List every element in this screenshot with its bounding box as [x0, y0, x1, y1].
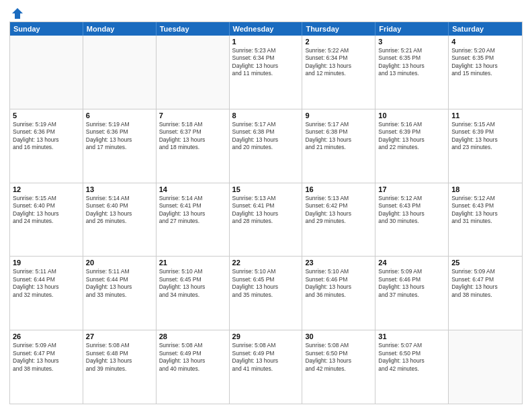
cell-info: Sunrise: 5:09 AM Sunset: 6:47 PM Dayligh… [13, 342, 80, 373]
cell-info: Sunrise: 5:10 AM Sunset: 6:46 PM Dayligh… [305, 268, 372, 299]
day-number: 3 [378, 38, 445, 46]
cell-info: Sunrise: 5:08 AM Sunset: 6:49 PM Dayligh… [232, 342, 300, 373]
day-number: 21 [159, 259, 226, 267]
day-number: 9 [305, 111, 372, 120]
calendar-row: 1Sunrise: 5:23 AM Sunset: 6:34 PM Daylig… [10, 36, 522, 109]
day-number: 2 [305, 38, 372, 46]
cell-info: Sunrise: 5:08 AM Sunset: 6:50 PM Dayligh… [305, 342, 372, 373]
calendar-row: 26Sunrise: 5:09 AM Sunset: 6:47 PM Dayli… [10, 330, 522, 404]
calendar-cell: 22Sunrise: 5:10 AM Sunset: 6:45 PM Dayli… [230, 257, 303, 330]
calendar-cell: 17Sunrise: 5:12 AM Sunset: 6:43 PM Dayli… [375, 183, 449, 257]
day-number: 23 [305, 259, 372, 267]
cell-info: Sunrise: 5:18 AM Sunset: 6:37 PM Dayligh… [159, 121, 226, 152]
day-number: 15 [232, 185, 300, 193]
calendar-cell [157, 36, 230, 109]
calendar-row: 5Sunrise: 5:19 AM Sunset: 6:36 PM Daylig… [10, 109, 522, 183]
calendar-cell [83, 36, 157, 109]
calendar-cell: 2Sunrise: 5:22 AM Sunset: 6:34 PM Daylig… [302, 36, 375, 109]
calendar-cell: 3Sunrise: 5:21 AM Sunset: 6:35 PM Daylig… [375, 36, 449, 109]
calendar-cell: 18Sunrise: 5:12 AM Sunset: 6:43 PM Dayli… [449, 183, 522, 257]
calendar-cell: 12Sunrise: 5:15 AM Sunset: 6:40 PM Dayli… [10, 183, 83, 257]
cell-info: Sunrise: 5:22 AM Sunset: 6:34 PM Dayligh… [305, 47, 372, 78]
day-number: 11 [451, 111, 519, 120]
calendar-cell: 16Sunrise: 5:13 AM Sunset: 6:42 PM Dayli… [302, 183, 375, 257]
day-number: 16 [305, 185, 372, 193]
cell-info: Sunrise: 5:21 AM Sunset: 6:35 PM Dayligh… [378, 47, 445, 78]
day-number: 31 [378, 332, 445, 340]
day-number: 14 [159, 185, 226, 193]
cell-info: Sunrise: 5:20 AM Sunset: 6:35 PM Dayligh… [451, 47, 519, 78]
cell-info: Sunrise: 5:19 AM Sunset: 6:36 PM Dayligh… [86, 121, 153, 152]
cell-info: Sunrise: 5:23 AM Sunset: 6:34 PM Dayligh… [232, 47, 300, 78]
day-number: 1 [232, 38, 300, 46]
day-number: 10 [378, 111, 445, 120]
calendar-cell: 31Sunrise: 5:07 AM Sunset: 6:50 PM Dayli… [375, 330, 449, 404]
cell-info: Sunrise: 5:09 AM Sunset: 6:47 PM Dayligh… [451, 268, 519, 299]
day-number: 25 [451, 259, 519, 267]
calendar-cell: 25Sunrise: 5:09 AM Sunset: 6:47 PM Dayli… [449, 257, 522, 330]
calendar-cell: 28Sunrise: 5:08 AM Sunset: 6:49 PM Dayli… [157, 330, 230, 404]
calendar: SundayMondayTuesdayWednesdayThursdayFrid… [9, 21, 523, 404]
calendar-row: 19Sunrise: 5:11 AM Sunset: 6:44 PM Dayli… [10, 256, 522, 330]
cell-info: Sunrise: 5:12 AM Sunset: 6:43 PM Dayligh… [378, 195, 445, 226]
calendar-cell: 9Sunrise: 5:17 AM Sunset: 6:38 PM Daylig… [302, 109, 375, 183]
calendar-cell: 6Sunrise: 5:19 AM Sunset: 6:36 PM Daylig… [83, 109, 157, 183]
weekday-header: Wednesday [230, 22, 303, 36]
cell-info: Sunrise: 5:14 AM Sunset: 6:41 PM Dayligh… [159, 195, 226, 226]
day-number: 19 [13, 259, 80, 267]
calendar-cell: 13Sunrise: 5:14 AM Sunset: 6:40 PM Dayli… [83, 183, 157, 257]
calendar-cell: 27Sunrise: 5:08 AM Sunset: 6:48 PM Dayli… [83, 330, 157, 404]
cell-info: Sunrise: 5:11 AM Sunset: 6:44 PM Dayligh… [86, 268, 153, 299]
cell-info: Sunrise: 5:13 AM Sunset: 6:42 PM Dayligh… [305, 195, 372, 226]
page-container: SundayMondayTuesdayWednesdayThursdayFrid… [0, 0, 532, 411]
day-number: 13 [86, 185, 153, 193]
day-number: 17 [378, 185, 445, 193]
calendar-cell: 8Sunrise: 5:17 AM Sunset: 6:38 PM Daylig… [230, 109, 303, 183]
cell-info: Sunrise: 5:17 AM Sunset: 6:38 PM Dayligh… [305, 121, 372, 152]
day-number: 24 [378, 259, 445, 267]
day-number: 20 [86, 259, 153, 267]
cell-info: Sunrise: 5:17 AM Sunset: 6:38 PM Dayligh… [232, 121, 300, 152]
calendar-header: SundayMondayTuesdayWednesdayThursdayFrid… [10, 22, 522, 36]
calendar-cell: 11Sunrise: 5:15 AM Sunset: 6:39 PM Dayli… [449, 109, 522, 183]
cell-info: Sunrise: 5:15 AM Sunset: 6:40 PM Dayligh… [13, 195, 80, 226]
weekday-header: Friday [375, 22, 449, 36]
cell-info: Sunrise: 5:13 AM Sunset: 6:41 PM Dayligh… [232, 195, 300, 226]
cell-info: Sunrise: 5:11 AM Sunset: 6:44 PM Dayligh… [13, 268, 80, 299]
calendar-cell [10, 36, 83, 109]
day-number: 26 [13, 332, 80, 340]
weekday-header: Saturday [449, 22, 522, 36]
calendar-cell: 10Sunrise: 5:16 AM Sunset: 6:39 PM Dayli… [375, 109, 449, 183]
calendar-cell [449, 330, 522, 404]
svg-marker-0 [12, 8, 23, 19]
cell-info: Sunrise: 5:08 AM Sunset: 6:49 PM Dayligh… [159, 342, 226, 373]
cell-info: Sunrise: 5:10 AM Sunset: 6:45 PM Dayligh… [232, 268, 300, 299]
calendar-cell: 14Sunrise: 5:14 AM Sunset: 6:41 PM Dayli… [157, 183, 230, 257]
cell-info: Sunrise: 5:08 AM Sunset: 6:48 PM Dayligh… [86, 342, 153, 373]
logo-icon [11, 7, 24, 20]
cell-info: Sunrise: 5:12 AM Sunset: 6:43 PM Dayligh… [451, 195, 519, 226]
calendar-row: 12Sunrise: 5:15 AM Sunset: 6:40 PM Dayli… [10, 183, 522, 257]
calendar-cell: 19Sunrise: 5:11 AM Sunset: 6:44 PM Dayli… [10, 257, 83, 330]
cell-info: Sunrise: 5:07 AM Sunset: 6:50 PM Dayligh… [378, 342, 445, 373]
calendar-body: 1Sunrise: 5:23 AM Sunset: 6:34 PM Daylig… [10, 36, 522, 404]
day-number: 8 [232, 111, 300, 120]
calendar-cell: 21Sunrise: 5:10 AM Sunset: 6:45 PM Dayli… [157, 257, 230, 330]
weekday-header: Monday [83, 22, 157, 36]
weekday-header: Sunday [10, 22, 83, 36]
weekday-header: Tuesday [157, 22, 230, 36]
cell-info: Sunrise: 5:16 AM Sunset: 6:39 PM Dayligh… [378, 121, 445, 152]
calendar-cell: 1Sunrise: 5:23 AM Sunset: 6:34 PM Daylig… [230, 36, 303, 109]
cell-info: Sunrise: 5:15 AM Sunset: 6:39 PM Dayligh… [451, 121, 519, 152]
day-number: 4 [451, 38, 519, 46]
day-number: 28 [159, 332, 226, 340]
day-number: 7 [159, 111, 226, 120]
cell-info: Sunrise: 5:09 AM Sunset: 6:46 PM Dayligh… [378, 268, 445, 299]
day-number: 22 [232, 259, 300, 267]
calendar-cell: 5Sunrise: 5:19 AM Sunset: 6:36 PM Daylig… [10, 109, 83, 183]
cell-info: Sunrise: 5:19 AM Sunset: 6:36 PM Dayligh… [13, 121, 80, 152]
cell-info: Sunrise: 5:14 AM Sunset: 6:40 PM Dayligh… [86, 195, 153, 226]
calendar-cell: 20Sunrise: 5:11 AM Sunset: 6:44 PM Dayli… [83, 257, 157, 330]
header [9, 7, 523, 17]
day-number: 5 [13, 111, 80, 120]
